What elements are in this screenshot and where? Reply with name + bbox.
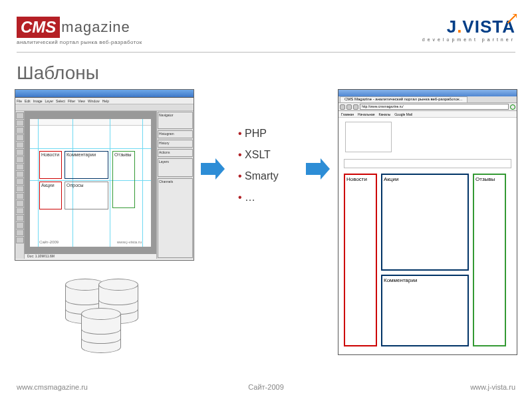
footer-center: Сайт-2009 <box>248 383 284 391</box>
page-logo-placeholder <box>345 122 392 152</box>
jvista-arrow-icon <box>507 14 517 23</box>
photoshop-window-mockup: FileEditImageLayerSelectFilterViewWindow… <box>15 89 194 261</box>
photoshop-panels: Navigator Histogram History Actions Laye… <box>156 111 194 259</box>
ps-block-reviews: Отзывы <box>112 151 135 208</box>
ps-doc-footer-left: Сайт-2009 <box>39 240 59 244</box>
ps-block-comments: Комментарии <box>65 151 108 179</box>
panel-navigator: Navigator <box>158 112 193 129</box>
footer-right: www.j-vista.ru <box>470 383 515 391</box>
cms-logo-subtitle: аналитический портал рынка веб-разработо… <box>17 39 142 45</box>
photoshop-document: Новости Комментарии Отзывы Акции Опросы … <box>30 119 151 247</box>
slide-footer: www.cmsmagazine.ru Сайт-2009 www.j-vista… <box>17 383 515 391</box>
photoshop-options-bar <box>15 104 194 111</box>
ruler-icon <box>30 119 151 126</box>
cms-magazine-logo: CMS magazine аналитический портал рынка … <box>17 17 142 45</box>
footer-left: www.cmsmagazine.ru <box>17 383 88 391</box>
page-block-actions: Акции <box>381 174 469 271</box>
browser-viewport: Новости Акции Отзывы Комментарии <box>338 118 517 354</box>
slide-title: Шаблоны <box>17 63 532 84</box>
guide-line <box>142 119 143 247</box>
photoshop-menubar: FileEditImageLayerSelectFilterViewWindow… <box>15 98 194 104</box>
list-item: XSLT <box>238 149 279 161</box>
panel-actions: Actions <box>158 149 193 157</box>
back-icon <box>340 104 345 110</box>
list-item: PHP <box>238 128 279 140</box>
ps-block-polls: Опросы <box>65 182 108 209</box>
header-divider <box>17 52 515 53</box>
ps-block-actions: Акции <box>39 182 62 209</box>
address-field: http://www.cmsmagazine.ru/ <box>360 104 509 110</box>
browser-window-mockup: CMS Magazine - аналитический портал рынк… <box>338 89 517 355</box>
go-icon <box>510 104 515 110</box>
photoshop-toolbox <box>15 111 25 259</box>
ps-block-news: Новости <box>39 151 62 179</box>
bookmark-item: Главная <box>341 112 354 116</box>
guide-line <box>38 119 39 247</box>
cms-logo-box: CMS <box>17 17 60 38</box>
cms-logo-text: magazine <box>61 19 130 36</box>
reload-icon <box>353 104 358 110</box>
panel-history: History <box>158 140 193 148</box>
panel-layers: Layers <box>158 158 193 177</box>
panel-histogram: Histogram <box>158 130 193 138</box>
photoshop-titlebar <box>15 90 194 98</box>
browser-bookmarks-bar: Главная Начальная Каналы Google Mail <box>338 111 517 118</box>
bookmark-item: Начальная <box>358 112 374 116</box>
photoshop-canvas-area: Новости Комментарии Отзывы Акции Опросы … <box>25 111 156 259</box>
slide-content: FileEditImageLayerSelectFilterViewWindow… <box>0 89 532 368</box>
ps-doc-footer-right: www.j-vista.ru <box>117 240 142 244</box>
arrow-right-icon <box>306 158 330 180</box>
browser-tabbar: CMS Magazine - аналитический портал рынк… <box>338 96 517 103</box>
jvista-j: J <box>447 17 457 37</box>
browser-url-bar: http://www.cmsmagazine.ru/ <box>338 103 517 111</box>
panel-channels: Channels <box>158 178 193 258</box>
browser-tab: CMS Magazine - аналитический портал рынк… <box>340 96 467 102</box>
templates-bullet-list: PHP XSLT Smarty … <box>238 128 279 213</box>
page-block-comments: Комментарии <box>381 275 469 346</box>
database-cylinders-icon <box>65 279 145 365</box>
list-item: … <box>238 192 279 203</box>
photoshop-status-bar: Doc: 1.10M/11.6M <box>25 253 156 259</box>
bookmark-item: Google Mail <box>394 112 412 116</box>
cylinder-icon <box>81 308 121 353</box>
guide-line <box>110 119 110 247</box>
arrow-right-icon <box>201 158 225 180</box>
page-block-reviews: Отзывы <box>473 174 506 346</box>
forward-icon <box>346 104 352 110</box>
page-block-news: Новости <box>344 174 377 346</box>
slide-header: CMS magazine аналитический портал рынка … <box>0 0 532 52</box>
browser-titlebar <box>338 90 517 96</box>
jvista-logo: J.VISTA development partner <box>422 17 515 42</box>
bookmark-item: Каналы <box>378 112 390 116</box>
page-search-placeholder <box>344 159 511 168</box>
jvista-subtitle: development partner <box>422 37 515 42</box>
list-item: Smarty <box>238 170 279 182</box>
guide-line <box>30 148 151 149</box>
